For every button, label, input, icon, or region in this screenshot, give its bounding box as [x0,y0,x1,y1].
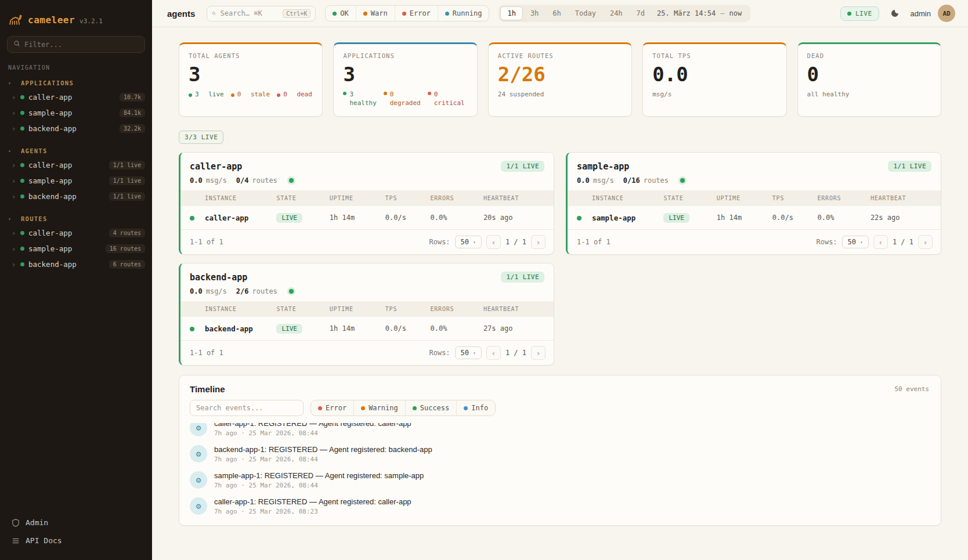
event-title: sample-app-1: REGISTERED — Agent registe… [214,471,424,480]
time-range-24h[interactable]: 24h [604,7,629,20]
date-separator: — [720,9,724,17]
section-label: AGENTS [21,147,48,154]
time-range-3h[interactable]: 3h [524,7,545,20]
sidebar-item-agents-caller-app[interactable]: › caller-app 1/1 live [0,157,152,173]
sidebar-item-routes-sample-app[interactable]: › sample-app 16 routes [0,241,152,256]
status-filter-error[interactable]: Error [395,6,438,21]
sidebar-item-admin[interactable]: Admin [7,514,145,532]
timeline-filter-error[interactable]: Error [311,400,353,416]
filter-label: OK [340,9,348,17]
event-title: backend-app-1: REGISTERED — Agent regist… [214,445,432,454]
timeline-search-input[interactable] [190,400,304,416]
table-row[interactable]: sample-app LIVE 1h 14m 0.0/s 0.0% 22s ag… [568,206,941,229]
sidebar-filter-input[interactable] [24,41,139,49]
timeline-event[interactable]: ⚙ backend-app-1: REGISTERED — Agent regi… [190,441,930,467]
item-label: backend-app [28,260,105,269]
stat-value: 2/26 [498,64,622,85]
item-label: backend-app [28,192,105,201]
time-range-6h[interactable]: 6h [546,7,567,20]
global-search[interactable]: Ctrl+K [207,6,316,21]
global-search-input[interactable] [220,9,279,17]
stat-value: 0 [807,64,931,85]
timeline-filter-warning[interactable]: Warning [353,400,405,416]
event-time: 7h ago · 25 Mar 2026, 08:44 [214,456,432,463]
prev-page-button[interactable]: ‹ [873,235,888,249]
rows-per-page-select[interactable]: 50 ▾ [455,236,482,248]
item-label: sample-app [28,244,102,253]
timeline-filter-success[interactable]: Success [405,400,457,416]
search-icon [212,10,216,17]
time-range-7d[interactable]: 7d [630,7,651,20]
sidebar-footer: Admin API Docs [0,508,152,560]
section-header-applications[interactable]: ▾ APPLICATIONS [0,77,152,89]
status-filter-warn[interactable]: Warn [356,6,395,21]
next-page-button[interactable]: › [531,346,546,360]
section-header-routes[interactable]: ▾ ROUTES [0,212,152,225]
table-header: INSTANCE STATE UPTIME TPS ERRORS HEARTBE… [180,301,554,317]
sidebar-item-applications-sample-app[interactable]: › sample-app 84.1k [0,105,152,121]
dark-mode-toggle[interactable] [886,5,904,22]
status-dot [464,406,468,410]
date-to: now [729,9,742,17]
next-page-button[interactable]: › [918,235,933,249]
sidebar-item-agents-backend-app[interactable]: › backend-app 1/1 live [0,189,152,204]
event-time: 7h ago · 25 Mar 2026, 08:44 [214,482,424,489]
prev-page-button[interactable]: ‹ [486,346,501,360]
rows-per-page-select[interactable]: 50 ▾ [455,346,482,359]
rows-per-page-select[interactable]: 50 ▾ [842,236,869,248]
status-dot [190,216,194,221]
page-title: agents [167,9,195,19]
timeline-event[interactable]: ⚙ caller-app-1: REGISTERED — Agent regis… [190,423,930,441]
status-dot [577,216,581,221]
stat-label: TOTAL TPS [652,52,776,59]
status-dot [363,12,367,16]
row-range-label: 1-1 of 1 [577,238,611,246]
item-label: caller-app [28,161,105,169]
timeline-events[interactable]: ⚙ caller-app-1: REGISTERED — Agent regis… [179,423,941,525]
next-page-button[interactable]: › [531,235,546,249]
stat-value: 3 [189,64,313,85]
timeline-event[interactable]: ⚙ caller-app-1: REGISTERED — Agent regis… [190,493,930,519]
live-count-badge: 1/1 LIVE [501,161,544,172]
section-header-agents[interactable]: ▾ AGENTS [0,144,152,157]
sidebar-item-api-docs[interactable]: API Docs [7,532,145,550]
sidebar-filter[interactable] [7,36,145,53]
time-range-1h[interactable]: 1h [500,6,522,20]
topbar: agents Ctrl+K OK Warn Error [152,0,968,27]
avatar[interactable]: AD [938,5,955,22]
brand-version: v3.2.1 [80,17,103,25]
shield-icon [12,519,20,527]
chevron-down-icon: ▾ [473,351,476,356]
stat-label: DEAD [807,52,931,59]
sidebar-item-routes-backend-app[interactable]: › backend-app 6 routes [0,256,152,272]
timeline-filter-group: Error Warning Success Info [310,400,496,416]
nav-section-applications: ▾ APPLICATIONS › caller-app 10.7k › samp… [0,77,152,136]
item-badge: 1/1 live [109,161,145,169]
live-label: LIVE [855,10,872,17]
gear-icon: ⚙ [190,471,207,489]
stat-card-dead: DEAD 0 all healthy [797,42,941,117]
status-dot [413,406,417,410]
time-range-group: 1h 3h 6h Today 24h 7d 25. März 14:54 — n… [499,5,750,22]
table-header: INSTANCE STATE UPTIME TPS ERRORS HEARTBE… [568,190,941,206]
prev-page-button[interactable]: ‹ [486,235,501,249]
live-status-toggle[interactable]: LIVE [840,6,879,21]
timeline-event[interactable]: ⚙ sample-app-1: REGISTERED — Agent regis… [190,467,930,493]
status-dot [384,92,387,95]
status-filter-running[interactable]: Running [438,6,489,21]
status-filter-group: OK Warn Error Running [325,5,489,21]
sidebar-item-agents-sample-app[interactable]: › sample-app 1/1 live [0,173,152,189]
live-count-badge: 1/1 LIVE [888,161,931,172]
item-label: sample-app [28,176,105,185]
sidebar-item-applications-caller-app[interactable]: › caller-app 10.7k [0,89,152,105]
table-row[interactable]: caller-app LIVE 1h 14m 0.0/s 0.0% 20s ag… [180,206,554,229]
table-header: INSTANCE STATE UPTIME TPS ERRORS HEARTBE… [180,190,554,206]
timeline-filter-info[interactable]: Info [456,400,495,416]
sidebar-item-routes-caller-app[interactable]: › caller-app 4 routes [0,225,152,241]
app-card-sample-app: sample-app 1/1 LIVE 0.0 msg/s 0/16 route… [566,152,941,255]
chevron-down-icon: ▾ [8,81,21,86]
status-filter-ok[interactable]: OK [326,6,355,21]
sidebar-item-applications-backend-app[interactable]: › backend-app 32.2k [0,121,152,136]
table-row[interactable]: backend-app LIVE 1h 14m 0.0/s 0.0% 27s a… [180,317,554,340]
time-range-today[interactable]: Today [569,7,602,20]
